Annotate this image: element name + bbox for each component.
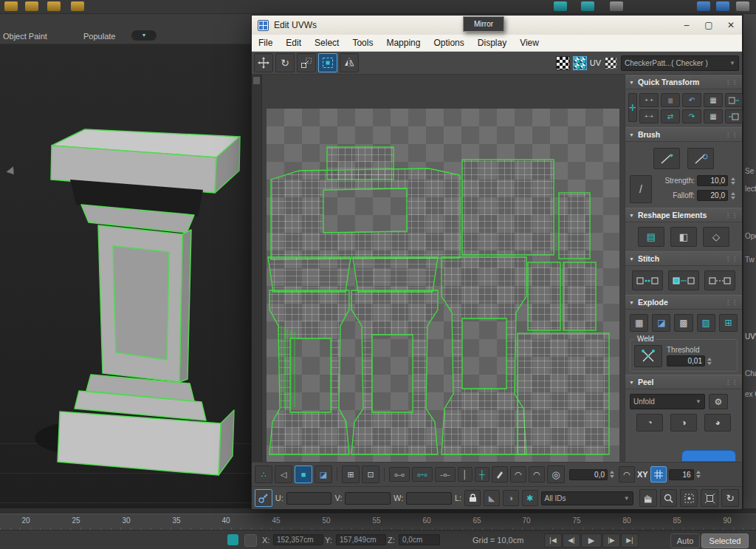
move-brush-button[interactable] bbox=[653, 148, 680, 169]
uv-island-right-tall[interactable] bbox=[559, 193, 590, 259]
toolbar-extra-icon-6[interactable] bbox=[736, 1, 749, 11]
mirror-tool-button[interactable] bbox=[340, 53, 359, 72]
section-peel[interactable]: ▼ Peel ⋮⋮ bbox=[625, 375, 742, 389]
maximize-button[interactable]: ▢ bbox=[698, 16, 720, 35]
go-to-end-button[interactable]: ▶| bbox=[621, 533, 639, 548]
align-vertical-button[interactable]: ||| bbox=[661, 93, 680, 107]
pan-button[interactable] bbox=[639, 489, 657, 507]
straighten-selection-button[interactable]: ▤ bbox=[638, 227, 664, 247]
snap-grid-button[interactable] bbox=[650, 466, 667, 482]
align-pivot-button[interactable]: ✛ bbox=[628, 93, 637, 122]
toolbar-extra-icon-3[interactable] bbox=[610, 1, 623, 11]
flatten-by-polygon-button[interactable]: ▩ bbox=[674, 314, 693, 332]
perspective-viewport[interactable] bbox=[0, 44, 251, 514]
align-horizontal-button[interactable]: + + bbox=[639, 93, 659, 107]
grid-spacing-field[interactable]: 16 bbox=[669, 469, 694, 480]
plinth-front-face[interactable] bbox=[58, 412, 221, 475]
plinth-right-face[interactable] bbox=[219, 410, 234, 475]
peel-settings-button[interactable]: ⚙ bbox=[709, 394, 728, 409]
menu-file[interactable]: File bbox=[252, 38, 279, 48]
menu-options[interactable]: Options bbox=[427, 38, 470, 48]
uv-island-square-2[interactable] bbox=[563, 262, 596, 330]
face-mode-button[interactable]: ■ bbox=[295, 466, 312, 483]
pedestal-model[interactable] bbox=[18, 122, 251, 506]
populate-flow-icon[interactable] bbox=[47, 1, 61, 11]
rotate-ccw-button[interactable]: ↶ bbox=[682, 93, 701, 107]
filter-faces-button[interactable]: ◣ bbox=[484, 490, 500, 506]
selection-lock-icon[interactable] bbox=[244, 534, 257, 547]
checker-pattern-active-icon[interactable] bbox=[573, 56, 587, 70]
menu-edit[interactable]: Edit bbox=[279, 38, 308, 48]
spacing-spinner[interactable] bbox=[696, 471, 703, 478]
falloff-space-button[interactable]: ◠ bbox=[529, 466, 545, 482]
threshold-field[interactable]: 0,01 bbox=[667, 355, 705, 366]
grow-loop-button[interactable]: o+o bbox=[412, 467, 433, 482]
next-frame-button[interactable]: |▶ bbox=[602, 533, 620, 548]
falloff-curve-button[interactable]: / bbox=[630, 175, 652, 203]
relax-brush-button[interactable] bbox=[687, 148, 714, 169]
freeze-toggle-button[interactable]: ✱ bbox=[522, 490, 538, 506]
distribute-button[interactable]: ⇄ bbox=[661, 109, 680, 123]
menu-tools[interactable]: Tools bbox=[346, 38, 379, 48]
pelt-map-button[interactable]: ◕ bbox=[704, 414, 731, 432]
zoom-button[interactable] bbox=[660, 489, 678, 507]
toolbar-extra-icon-4[interactable] bbox=[697, 1, 710, 11]
close-button[interactable]: ✕ bbox=[720, 16, 742, 35]
selected-key-button[interactable]: Selected bbox=[701, 533, 749, 548]
arc-rotate-button[interactable]: ◠ bbox=[619, 466, 635, 482]
soft-selection-arc-button[interactable]: ◠ bbox=[510, 466, 526, 482]
tab-populate[interactable]: Populate bbox=[83, 32, 115, 41]
uv-island-top-wide[interactable] bbox=[271, 168, 460, 259]
stitch-custom-button[interactable] bbox=[632, 270, 663, 290]
falloff-field[interactable]: 20,0 bbox=[697, 190, 728, 201]
rectangularize-button[interactable]: ◧ bbox=[670, 227, 697, 247]
texture-list-icon[interactable] bbox=[605, 56, 617, 69]
shrink-selection-button[interactable]: ⊡ bbox=[362, 466, 379, 483]
select-loop-button[interactable]: o–o bbox=[389, 467, 410, 482]
section-stitch[interactable]: ▼ Stitch ⋮⋮ bbox=[625, 251, 742, 266]
ribbon-flyout-button[interactable]: ▾ bbox=[131, 30, 157, 41]
u-coordinate-field[interactable] bbox=[286, 492, 332, 505]
v-coordinate-field[interactable] bbox=[345, 492, 391, 505]
weld-selected-button[interactable] bbox=[634, 345, 662, 367]
flatten-by-smoothing-button[interactable]: ▦ bbox=[630, 314, 648, 332]
planar-element-button[interactable]: ◇ bbox=[703, 227, 729, 247]
time-slider[interactable]: 20 25 30 35 40 45 50 55 60 65 70 75 80 8… bbox=[0, 514, 756, 531]
paint-select-button[interactable] bbox=[492, 466, 508, 482]
linear-align-button-1[interactable] bbox=[725, 93, 743, 107]
stitch-source-button[interactable] bbox=[668, 270, 699, 290]
flatten-custom-button[interactable]: ▨ bbox=[697, 314, 715, 332]
toolbar-extra-icon-1[interactable] bbox=[554, 1, 567, 11]
edge-mode-button[interactable]: ◁ bbox=[275, 466, 292, 483]
scale-tool-button[interactable] bbox=[297, 53, 316, 72]
align-to-edge-button[interactable]: ▦ bbox=[704, 93, 723, 107]
go-to-start-button[interactable]: |◀ bbox=[544, 533, 562, 548]
threshold-spinner[interactable] bbox=[707, 358, 714, 365]
uv-island-capital-1[interactable] bbox=[268, 257, 351, 292]
paint-fill-icon[interactable] bbox=[25, 1, 38, 11]
fit-element-button[interactable]: ▦ bbox=[704, 109, 723, 123]
lock-selected-verts-button[interactable] bbox=[255, 489, 272, 507]
align-vertical-strip-button[interactable]: │ bbox=[458, 467, 472, 482]
section-reshape-elements[interactable]: ▼ Reshape Elements ⋮⋮ bbox=[625, 208, 742, 222]
uv-island-column-3[interactable] bbox=[441, 257, 526, 454]
zoom-region-button[interactable] bbox=[680, 489, 698, 507]
angle-spinner[interactable] bbox=[610, 471, 616, 478]
uv-island-square-1[interactable] bbox=[528, 262, 560, 330]
rotate-cw-button[interactable]: ↷ bbox=[682, 109, 701, 123]
play-button[interactable]: ▶ bbox=[581, 533, 602, 548]
z-coordinate-field[interactable]: 0,0cm bbox=[399, 534, 440, 545]
xy-axis-label[interactable]: XY bbox=[637, 470, 648, 479]
strength-field[interactable]: 10,0 bbox=[697, 175, 728, 186]
material-id-dropdown[interactable]: All IDs ▼ bbox=[541, 491, 633, 505]
align-cross-button[interactable]: ┼ bbox=[475, 467, 489, 482]
uv-island-right-large[interactable] bbox=[462, 160, 554, 255]
toolbar-extra-icon-2[interactable] bbox=[581, 1, 594, 11]
rotation-angle-field[interactable]: 0,0 bbox=[569, 469, 608, 480]
panel-bottom-blue-button[interactable] bbox=[681, 450, 736, 462]
menu-view[interactable]: View bbox=[513, 38, 546, 48]
shrink-loop-button[interactable]: –o– bbox=[435, 467, 456, 482]
menu-select[interactable]: Select bbox=[308, 38, 346, 48]
auto-key-button[interactable]: Auto bbox=[670, 533, 700, 548]
viewport-nav-arrow[interactable] bbox=[7, 166, 18, 177]
